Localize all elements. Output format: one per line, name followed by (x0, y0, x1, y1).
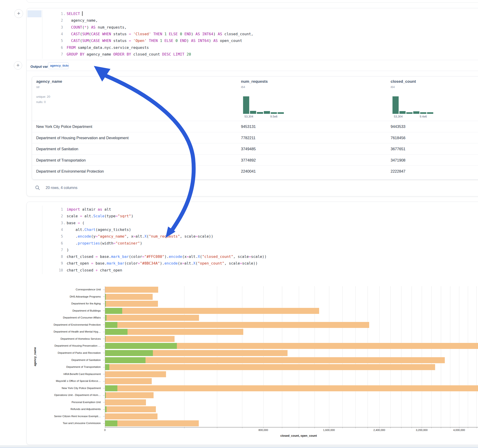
y-axis-label: Department of Health and Mental Hyg… (31, 330, 101, 333)
code-line[interactable]: 7GROUP BY agency_name ORDER BY closed_co… (27, 51, 478, 58)
code-line[interactable]: 1⌄SELECT (27, 10, 478, 17)
line-number: 9 (27, 260, 63, 267)
y-axis-label: Mayorâ€ s Office of Special Enforce… (31, 380, 101, 382)
line-number: 2 (27, 213, 63, 220)
line-number: 4 (27, 31, 63, 37)
bar-open (105, 315, 107, 321)
histogram-bar (392, 96, 399, 114)
line-number: 5 (27, 37, 63, 44)
table-row[interactable]: New York City Police Department945313194… (32, 121, 478, 132)
histogram-bar (271, 112, 277, 114)
column-header[interactable]: closed_count (391, 79, 416, 84)
code-text: COUNT(*) AS num_requests, (67, 24, 126, 31)
sql-code-editor[interactable]: 1⌄SELECT 2 agency_name,3 COUNT(*) AS num… (27, 10, 478, 59)
y-tick (103, 290, 105, 290)
y-axis-label: Senior Citizen Rent Increase Exempti… (31, 415, 101, 417)
line-number: 1 (27, 10, 63, 17)
gridline (379, 286, 380, 427)
bar-open (105, 329, 127, 335)
column-type: i64 (391, 85, 395, 89)
text-cursor (82, 11, 82, 16)
code-line[interactable]: 5 .encode(y="agency_name", x=alt.X("num_… (27, 233, 478, 240)
histogram-bar (243, 96, 249, 114)
column-header[interactable]: num_requests (241, 79, 268, 84)
gridline (184, 286, 184, 427)
y-tick (103, 332, 105, 332)
histogram-max-label: 9.4e6 (420, 115, 427, 118)
bar-closed (105, 420, 199, 426)
code-line[interactable]: 3 COUNT(*) AS num_requests, (27, 24, 478, 31)
y-tick (103, 416, 105, 417)
histogram-bar (257, 112, 263, 114)
fold-chevron-icon[interactable]: ⌄ (64, 220, 65, 227)
line-number: 3 (27, 220, 63, 227)
code-line[interactable]: 3⌄base = ( (27, 220, 478, 227)
code-line[interactable]: 10chart_closed + chart_open (27, 267, 478, 274)
column-type: i64 (241, 85, 245, 89)
bar-open (105, 392, 106, 398)
x-axis-label: 1,600,000 (319, 429, 340, 431)
code-line[interactable]: 9chart_open = base.mark_bar(color="#8BC3… (27, 260, 478, 267)
plus-icon: + (17, 10, 20, 16)
line-number: 6 (27, 240, 63, 247)
gridline (422, 286, 422, 427)
y-axis-label: Department of Housing Preservation … (31, 344, 101, 347)
gridline (329, 286, 329, 427)
code-line[interactable]: 7) (27, 247, 478, 254)
table-row[interactable]: Department of Housing Preservation and D… (32, 132, 478, 143)
histogram-bar (413, 111, 419, 114)
y-axis-label: Department for the Aging (31, 302, 101, 305)
code-line[interactable]: 2scale = alt.Scale(type="sqrt") (27, 213, 478, 220)
cell: 7782211 (241, 132, 256, 143)
line-number: 7 (27, 51, 63, 58)
code-line[interactable]: 1import altair as alt (27, 206, 478, 213)
python-code-editor[interactable]: 1import altair as alt2scale = alt.Scale(… (27, 206, 478, 275)
y-axis-label: HRA Benefit Card Replacement (31, 373, 101, 375)
column-header[interactable]: agency_name (36, 79, 62, 84)
bar-open (105, 343, 177, 349)
table-row[interactable]: Department of Transportation377489234719… (32, 154, 478, 165)
y-tick (103, 409, 105, 410)
y-axis-label: Department of Buildings (31, 309, 101, 312)
cell: 3774892 (241, 155, 256, 166)
output-variable-pill[interactable]: agency_tickets (48, 62, 69, 69)
gridline (355, 286, 356, 427)
line-number: 8 (27, 253, 63, 260)
gutter-divider (42, 205, 42, 274)
gridline (468, 286, 468, 427)
y-axis-label: Department of Homeless Services (31, 337, 101, 340)
code-line[interactable]: 4 alt.Chart(agency_tickets) (27, 226, 478, 233)
cell: 9453131 (241, 121, 256, 132)
gridline (242, 286, 242, 427)
table-row[interactable]: Department of Environmental Protection22… (32, 165, 478, 176)
add-cell-button-top[interactable]: + (14, 9, 23, 18)
add-cell-button-middle[interactable]: + (14, 61, 22, 70)
code-line[interactable]: 6FROM sample_data.nyc.service_requests (27, 44, 478, 51)
code-line[interactable]: 2 agency_name, (27, 17, 478, 24)
x-axis-title: closed_count, open_count (273, 434, 324, 437)
code-line[interactable]: 8chart_closed = base.mark_bar(color="#FF… (27, 253, 478, 260)
histogram-bar (250, 111, 256, 114)
search-icon[interactable] (35, 185, 40, 190)
y-tick (103, 353, 105, 353)
bar-open (105, 357, 145, 363)
bar-open (105, 322, 117, 328)
bar-open (105, 385, 117, 391)
fold-chevron-icon[interactable]: ⌄ (64, 11, 65, 18)
code-line[interactable]: 6 .properties(width="container") (27, 240, 478, 247)
code-line[interactable]: 5 CAST(SUM(CASE WHEN status = 'Open' THE… (27, 37, 478, 44)
table-row[interactable]: Department of Sanitation37494853677651 (32, 143, 478, 154)
result-table-card: agency_namestrunique: 20nulls: 0num_requ… (32, 76, 478, 180)
histogram-min-label: 53,304 (245, 115, 253, 118)
code-text: CAST(SUM(CASE WHEN status = 'Closed' THE… (67, 31, 253, 37)
cell: 2222847 (391, 166, 405, 177)
y-tick (103, 388, 105, 388)
gridline (342, 286, 343, 427)
bar-closed (105, 301, 158, 307)
y-axis-label: New York City Police Department (31, 387, 101, 389)
bar-closed (105, 308, 319, 314)
y-tick (103, 367, 105, 367)
cell: 3677651 (391, 143, 405, 154)
code-line[interactable]: 4 CAST(SUM(CASE WHEN status = 'Closed' T… (27, 31, 478, 37)
bar-closed (105, 364, 435, 370)
